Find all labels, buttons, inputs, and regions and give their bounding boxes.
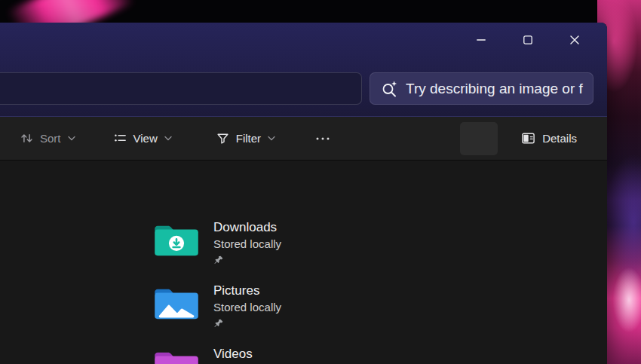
sort-icon (20, 131, 34, 145)
details-button[interactable]: Details (517, 127, 580, 150)
file-status: Stored locally (213, 299, 281, 315)
sort-button[interactable]: Sort (17, 127, 78, 150)
desktop: Sort View Filter (0, 0, 641, 364)
file-item-videos[interactable]: Videos (153, 346, 607, 364)
file-item-pictures[interactable]: Pictures Stored locally (153, 283, 607, 346)
file-meta: Videos (213, 346, 253, 362)
view-icon (113, 131, 127, 145)
pictures-folder-icon (153, 286, 200, 322)
file-name: Videos (213, 346, 253, 362)
videos-folder-icon (153, 349, 200, 364)
file-meta: Downloads Stored locally (213, 219, 281, 265)
caption-buttons (458, 23, 598, 57)
file-name: Pictures (213, 283, 281, 299)
filter-button[interactable]: Filter (213, 127, 278, 150)
filter-icon (216, 131, 230, 145)
file-name: Downloads (213, 219, 281, 236)
close-button[interactable] (551, 23, 598, 57)
chevron-down-icon (268, 136, 275, 141)
file-status: Stored locally (213, 236, 281, 252)
sort-label: Sort (40, 132, 61, 145)
minimize-icon (477, 35, 486, 44)
pin-icon (213, 255, 223, 265)
chevron-down-icon (68, 136, 75, 141)
file-item-downloads[interactable]: Downloads Stored locally (153, 219, 607, 283)
command-bar: Sort View Filter (0, 117, 607, 161)
ellipsis-icon (314, 131, 331, 146)
address-search-row (0, 72, 607, 106)
file-list: Downloads Stored locally Pictures Stored… (0, 161, 607, 364)
more-options-button[interactable] (311, 127, 334, 151)
details-pane-icon (520, 131, 536, 145)
details-label: Details (542, 132, 577, 145)
maximize-button[interactable] (505, 23, 551, 57)
filter-label: Filter (236, 132, 261, 145)
ai-search-icon (380, 80, 398, 98)
explorer-window: Sort View Filter (0, 23, 607, 364)
titlebar[interactable] (0, 23, 607, 117)
address-bar[interactable] (0, 72, 362, 105)
toolbar-blank-button[interactable] (460, 122, 498, 155)
chevron-down-icon (164, 136, 172, 141)
file-meta: Pictures Stored locally (213, 283, 281, 329)
view-label: View (133, 132, 158, 145)
maximize-icon (523, 35, 532, 44)
view-button[interactable]: View (110, 127, 175, 150)
search-box[interactable] (370, 72, 593, 105)
minimize-button[interactable] (458, 23, 505, 57)
search-input[interactable] (406, 81, 587, 97)
pin-icon (213, 319, 223, 329)
downloads-folder-icon (153, 222, 200, 258)
close-icon (570, 35, 579, 44)
